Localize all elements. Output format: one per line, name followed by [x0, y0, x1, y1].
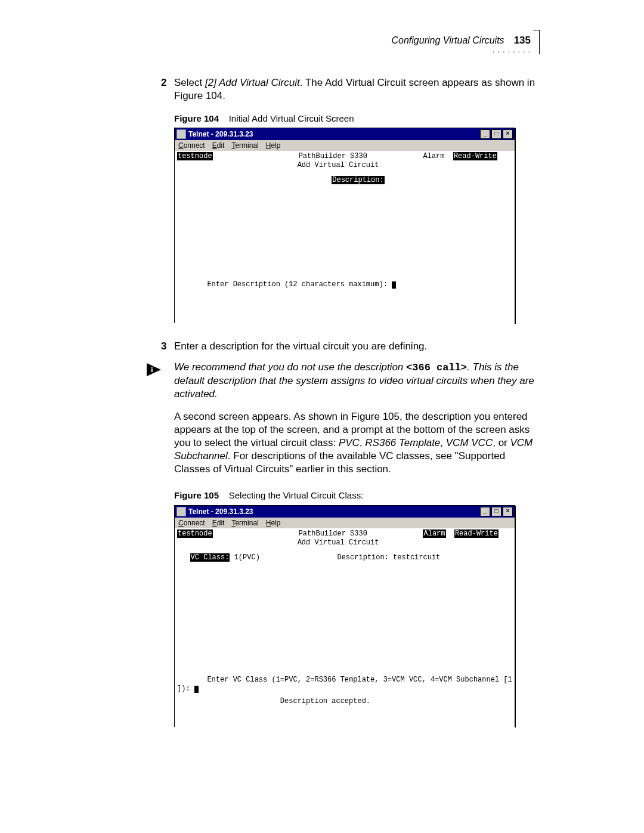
device-header: PathBuilder S330 [299, 529, 367, 538]
cursor [392, 281, 396, 289]
header-corner-rule [533, 30, 540, 54]
terminal-subheader: Add Virtual Circuit [177, 161, 512, 170]
menubar: Connect Edit Terminal Help [175, 140, 515, 151]
svg-text:i: i [151, 365, 153, 374]
menu-terminal[interactable]: Terminal [231, 141, 258, 150]
step-3-text: Enter a description for the virtual circ… [174, 340, 427, 352]
menu-terminal[interactable]: Terminal [231, 519, 258, 527]
titlebar-left: Telnet - 209.31.3.23 [177, 507, 253, 516]
running-header: Configuring Virtual Circuits 135 [392, 35, 531, 47]
description-label: Description: [332, 176, 384, 184]
terminal-subheader: Add Virtual Circuit [177, 538, 512, 547]
description-label2: Description: [337, 553, 388, 562]
figure-105-telnet-window: Telnet - 209.31.3.23 _ □ × Connect Edit … [174, 505, 515, 727]
para-pvc: PVC [339, 437, 360, 448]
minimize-button[interactable]: _ [480, 129, 490, 139]
step-number: 3 [161, 340, 166, 353]
vc-class-value: 1(PVC) [234, 553, 260, 562]
device-header: PathBuilder S330 [299, 152, 367, 160]
figure-105-title: Selecting the Virtual Circuit Class: [229, 490, 364, 500]
vc-class-row: VC Class: 1(PVC) Description: testcircui… [177, 553, 512, 562]
menu-help[interactable]: Help [266, 141, 281, 150]
header-dots: . . . . . . . . [493, 45, 531, 55]
terminal-area[interactable]: testnode PathBuilder S330 Alarm Read-Wri… [175, 528, 515, 727]
step-2: 2 Select [2] Add Virtual Circuit. The Ad… [174, 76, 544, 103]
vc-class-label: VC Class: [190, 553, 230, 562]
page-number: 135 [514, 35, 531, 47]
alarm-label: Alarm [423, 529, 445, 538]
terminal-prompt-line1: Enter VC Class (1=PVC, 2=RS366 Template,… [177, 676, 512, 685]
mode-label: Read-Write [454, 529, 499, 538]
figure-104-label: Figure 104 [174, 113, 219, 123]
window-titlebar: Telnet - 209.31.3.23 _ □ × [175, 128, 515, 140]
telnet-app-icon [177, 129, 186, 139]
menu-connect[interactable]: Connect [178, 141, 205, 150]
menu-connect[interactable]: Connect [178, 519, 205, 527]
figure-104-telnet-window: Telnet - 209.31.3.23 _ □ × Connect Edit … [174, 128, 515, 323]
menubar: Connect Edit Terminal Help [175, 518, 515, 528]
window-controls: _ □ × [479, 129, 513, 139]
description-value: testcircuit [393, 553, 440, 562]
terminal-prompt: Enter Description (12 characters maximum… [177, 280, 512, 289]
svg-marker-0 [147, 363, 161, 376]
telnet-app-icon [177, 507, 186, 516]
note-text: We recommend that you do not use the des… [174, 361, 544, 401]
figure-104-title: Initial Add Virtual Circuit Screen [229, 113, 354, 123]
step-2-text-a: Select [174, 77, 205, 88]
close-button[interactable]: × [503, 507, 513, 516]
terminal-header-row: testnode PathBuilder S330 Alarm Read-Wri… [177, 152, 512, 161]
note-pre: We recommend that you do not use the des… [174, 361, 406, 373]
menu-edit[interactable]: Edit [212, 519, 225, 527]
titlebar-left: Telnet - 209.31.3.23 [177, 129, 253, 139]
minimize-button[interactable]: _ [480, 507, 490, 516]
hostname-label: testnode [177, 152, 213, 160]
step-2-menu-ref: [2] Add Virtual Circuit [205, 77, 300, 88]
menu-help[interactable]: Help [266, 519, 281, 527]
note-icon: i [145, 361, 163, 379]
terminal-status: Description accepted. [177, 697, 512, 706]
para-rs: RS366 Template [365, 437, 440, 448]
figure-104-caption: Figure 104 Initial Add Virtual Circuit S… [174, 113, 354, 123]
document-page: Configuring Virtual Circuits 135 . . . .… [0, 0, 644, 833]
cursor [194, 686, 199, 693]
terminal-prompt-line2: ]): [177, 685, 512, 693]
window-title: Telnet - 209.31.3.23 [188, 507, 253, 516]
mode-label: Read-Write [453, 152, 497, 160]
section-title: Configuring Virtual Circuits [392, 35, 504, 46]
terminal-area[interactable]: testnode PathBuilder S330 Alarm Read-Wri… [175, 151, 515, 324]
window-title: Telnet - 209.31.3.23 [188, 130, 253, 138]
note-code: <366 call> [406, 362, 467, 373]
terminal-header-row: testnode PathBuilder S330 Alarm Read-Wri… [177, 529, 512, 538]
step-number: 2 [161, 76, 166, 89]
close-button[interactable]: × [503, 129, 513, 139]
figure-105-caption: Figure 105 Selecting the Virtual Circuit… [174, 490, 363, 500]
desc-label-row: Description: [177, 176, 512, 185]
explanatory-paragraph: A second screen appears. As shown in Fig… [174, 410, 544, 476]
para-vcc: VCM VCC [446, 437, 493, 448]
menu-edit[interactable]: Edit [212, 141, 225, 150]
alarm-label: Alarm [423, 152, 444, 160]
window-titlebar: Telnet - 209.31.3.23 _ □ × [175, 506, 515, 518]
maximize-button[interactable]: □ [491, 129, 501, 139]
step-3: 3 Enter a description for the virtual ci… [174, 340, 544, 353]
maximize-button[interactable]: □ [491, 507, 501, 516]
figure-105-label: Figure 105 [174, 490, 219, 500]
window-controls: _ □ × [479, 507, 513, 516]
hostname-label: testnode [177, 529, 213, 538]
